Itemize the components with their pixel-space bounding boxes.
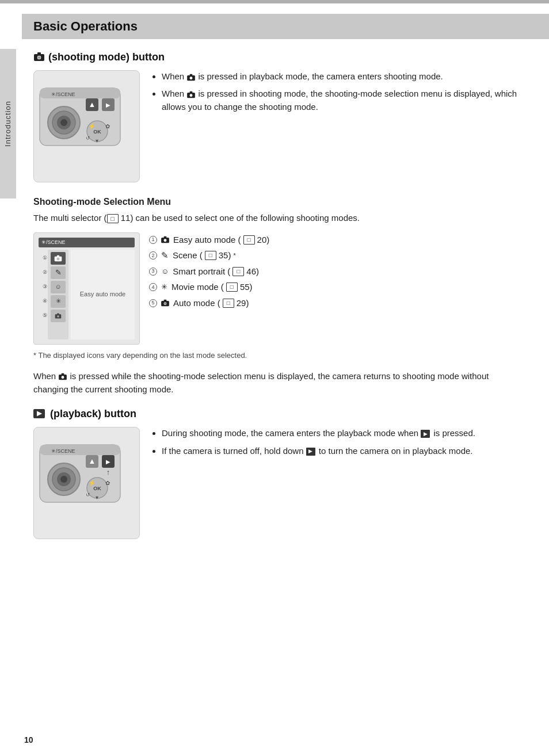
portrait-icon-item: ☺ [55, 282, 61, 292]
mode-num-2: ② [43, 269, 47, 276]
svg-text:▾: ▾ [96, 494, 98, 501]
svg-rect-22 [190, 74, 193, 75]
svg-point-26 [189, 94, 193, 97]
movie-icon-list: ✳ [161, 281, 167, 293]
shooting-mode-desc: The multi selector (□ 11) can be used to… [33, 212, 525, 224]
playback-button-title: (playback) button [50, 406, 136, 421]
mode-num-circle-2: 2 [149, 251, 157, 259]
mode-list-item-1: 1 Easy auto mode (□ 20) [149, 232, 525, 247]
camera-body-playback-svg: ✳/SCENE ▲ ▶ OK ⚡ ↺ ✿ [34, 427, 126, 520]
mode-item-2: ② ✎ [51, 266, 66, 279]
book-ref-4: □ [226, 282, 238, 292]
mode-camera-ui: ✳/SCENE ① ② [33, 232, 140, 345]
side-tab-label: Introduction [3, 101, 14, 147]
mode-num-5: ⑤ [43, 312, 47, 319]
svg-text:✳/SCENE: ✳/SCENE [51, 448, 75, 454]
easy-auto-cam-icon [161, 236, 170, 243]
svg-rect-28 [57, 255, 59, 257]
playback-icon-inline-2: ▶ [306, 448, 315, 456]
book-ref-2: □ [205, 251, 216, 260]
svg-text:⚡: ⚡ [89, 479, 96, 487]
camera-icon-note [58, 373, 67, 380]
shooting-button-section: ✳/SCENE ▲ ▶ OK ⚡ ↺ ✿ [33, 70, 525, 182]
playback-bullet-2: If the camera is turned off, hold down ▶… [162, 445, 525, 458]
svg-point-42 [61, 376, 64, 379]
mode-item-5: ⑤ [51, 310, 66, 322]
mode-ui-sidebar: ① ② ✎ ③ ☺ [48, 250, 68, 339]
mode-item-1: ① [51, 252, 66, 265]
playback-icon-inline-1: ▶ [421, 430, 430, 438]
svg-text:↑: ↑ [106, 468, 110, 476]
asterisk-2: * [233, 250, 235, 261]
shooting-bullet-1: When is pressed in playback mode, the ca… [162, 70, 525, 83]
mode-icon-1 [54, 255, 62, 262]
svg-text:↺: ↺ [86, 135, 90, 141]
mode-icon-5 [55, 313, 62, 319]
shooting-mode-section: Shooting-mode Selection Menu The multi s… [33, 195, 525, 361]
mode-ui-topbar: ✳/SCENE [39, 238, 135, 247]
mode-ui-main-label: Easy auto mode [71, 250, 135, 339]
svg-point-49 [60, 476, 67, 483]
playback-button-section: ✳/SCENE ▲ ▶ OK ⚡ ↺ ✿ [33, 427, 525, 539]
page-title: Basic Operations [33, 19, 138, 33]
movie-icon-item: ✳ [56, 297, 61, 306]
playback-bullet-1: During shooting mode, the camera enters … [162, 427, 525, 440]
svg-point-23 [189, 76, 193, 79]
svg-text:✿: ✿ [105, 123, 110, 129]
svg-point-32 [57, 315, 59, 318]
smart-portrait-icon-list: ☺ [161, 265, 169, 278]
scene-icon-list: ✎ [161, 248, 169, 263]
svg-text:↺: ↺ [86, 492, 90, 498]
mode-item-4: ④ ✳ [51, 295, 66, 308]
playback-icon-title: ▶ [33, 409, 45, 418]
side-tab: Introduction [0, 49, 16, 198]
svg-rect-1 [37, 52, 41, 55]
mode-list-item-2: 2 ✎ Scene (□ 35)* [149, 248, 525, 263]
book-ref-1: □ [243, 235, 255, 245]
mode-list: 1 Easy auto mode (□ 20) 2 ✎ Scene (□ 35)… [140, 232, 525, 312]
svg-rect-25 [190, 91, 193, 93]
svg-rect-34 [164, 236, 167, 238]
mode-num-1: ① [43, 254, 47, 262]
svg-text:OK: OK [93, 486, 101, 491]
mode-num-circle-5: 5 [149, 299, 157, 307]
svg-point-10 [60, 119, 67, 126]
svg-text:▶: ▶ [106, 459, 110, 465]
svg-text:▲: ▲ [89, 100, 96, 109]
camera-icon-1 [186, 74, 196, 81]
playback-bullets: During shooting mode, the camera enters … [151, 427, 525, 462]
camera-icon-shooting [33, 52, 45, 62]
page-number: 10 [24, 734, 33, 746]
svg-text:✳/SCENE: ✳/SCENE [51, 91, 75, 97]
book-ref-3: □ [232, 267, 244, 276]
svg-point-39 [164, 303, 166, 305]
book-ref-5: □ [223, 299, 234, 308]
book-ref-icon: □ [107, 214, 119, 223]
main-content: Basic Operations (shooting mode) button … [22, 3, 549, 562]
mode-item-3: ③ ☺ [51, 281, 66, 293]
mode-num-circle-4: 4 [149, 283, 157, 291]
svg-text:⚡: ⚡ [89, 123, 96, 130]
shooting-mode-note: When is pressed while the shooting-mode … [33, 369, 525, 396]
svg-text:OK: OK [93, 129, 101, 135]
svg-rect-31 [57, 314, 59, 315]
mode-num-circle-1: 1 [149, 236, 157, 244]
svg-rect-41 [62, 373, 64, 375]
mode-list-item-3: 3 ☺ Smart portrait (□ 46) [149, 264, 525, 279]
shooting-bullets: When is pressed in playback mode, the ca… [151, 70, 525, 119]
camera-body-svg: ✳/SCENE ▲ ▶ OK ⚡ ↺ ✿ [34, 71, 126, 163]
mode-ui-body: ① ② ✎ ③ ☺ [39, 250, 135, 339]
auto-cam-icon [161, 299, 170, 307]
svg-text:▲: ▲ [89, 457, 96, 465]
shooting-mode-button-title: (shooting mode) button [48, 49, 165, 64]
shooting-mode-title: (shooting mode) button [33, 49, 525, 64]
mode-num-circle-3: 3 [149, 268, 157, 276]
mode-list-item-4: 4 ✳ Movie mode (□ 55) [149, 280, 525, 295]
section-header: Basic Operations [22, 14, 549, 39]
shooting-mode-menu-title: Shooting-mode Selection Menu [33, 195, 525, 208]
scene-icon-item: ✎ [55, 268, 62, 278]
svg-text:▶: ▶ [106, 102, 110, 108]
svg-rect-37 [164, 300, 167, 301]
svg-point-29 [56, 257, 60, 261]
mode-diagram: ✳/SCENE ① ② [33, 232, 525, 345]
